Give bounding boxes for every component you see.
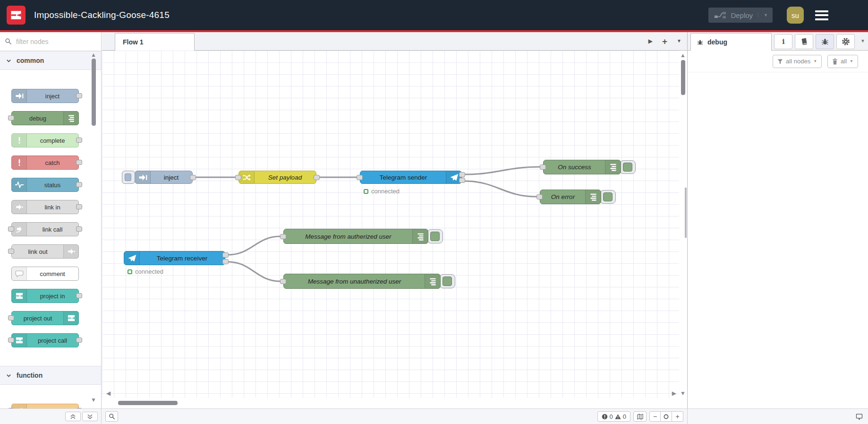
sidebar-menu-caret[interactable]: ▼ [860, 38, 865, 43]
palette-node-link-call[interactable]: link call [11, 222, 79, 236]
output-port[interactable] [76, 138, 82, 143]
output-port[interactable] [76, 226, 82, 232]
debug-toggle-button[interactable] [620, 160, 636, 174]
input-port[interactable] [8, 315, 14, 320]
output-port[interactable] [76, 93, 82, 98]
message-from-autherized-user-node[interactable]: Message from autherized user [283, 229, 428, 244]
input-port[interactable] [235, 175, 241, 180]
palette-node-function[interactable]: ffunction [11, 404, 79, 408]
flow-canvas[interactable]: injectSet payloadTelegram senderOn succe… [102, 51, 687, 408]
input-port[interactable] [280, 234, 286, 239]
hscrollbar-thumb[interactable] [118, 401, 178, 405]
wire[interactable] [228, 262, 280, 281]
palette-node-project-out[interactable]: project out [11, 311, 79, 325]
palette-node-debug[interactable]: debug [11, 111, 79, 125]
deploy-options-caret[interactable]: ▼ [758, 13, 768, 17]
sidebar-resize-handle[interactable] [685, 188, 687, 238]
sidebar-tab-help-button[interactable] [795, 34, 813, 49]
tab-debug[interactable]: debug [690, 33, 772, 51]
palette-scroll-down-icon[interactable]: ▼ [91, 397, 96, 403]
info-icon: i [779, 37, 788, 46]
add-flow-button[interactable]: + [662, 37, 667, 46]
on-success-node[interactable]: On success [543, 160, 621, 174]
wire[interactable] [228, 236, 280, 255]
palette-node-inject[interactable]: inject [11, 89, 79, 103]
palette-category-function[interactable]: function [0, 366, 101, 385]
output-port[interactable] [222, 259, 229, 264]
palette-node-link-in[interactable]: link in [11, 200, 79, 214]
debug-toggle-button[interactable] [600, 190, 616, 204]
input-port[interactable] [8, 115, 14, 121]
open-debug-window-button[interactable] [855, 413, 863, 421]
palette-scroll-up-icon[interactable]: ▲ [91, 52, 96, 58]
palette-scroll-area: commoninjectdebugcompletecatchstatuslink… [0, 51, 101, 408]
debug-filter-button[interactable]: all nodes ▼ [773, 55, 822, 68]
output-port[interactable] [76, 204, 82, 209]
palette-node-project-in[interactable]: project in [11, 289, 79, 303]
wire[interactable] [464, 181, 536, 197]
palette-node-complete[interactable]: complete [11, 133, 79, 147]
input-port[interactable] [8, 249, 14, 254]
vscroll-up-icon[interactable]: ▲ [680, 52, 686, 58]
inject-run-button[interactable] [122, 171, 135, 184]
input-port[interactable] [8, 408, 14, 408]
hscroll-right-icon[interactable]: ▶ [672, 390, 676, 396]
output-port[interactable] [190, 175, 196, 180]
main-menu-button[interactable] [815, 10, 828, 20]
telegram-receiver-node[interactable]: Telegram receiver [124, 251, 225, 265]
zoom-out-button[interactable]: − [649, 411, 661, 422]
palette-scrollbar-thumb[interactable] [92, 59, 96, 126]
debug-clear-button[interactable]: all ▼ [827, 55, 858, 68]
output-port[interactable] [76, 293, 82, 298]
output-port[interactable] [314, 175, 320, 180]
on-error-node[interactable]: On error [540, 190, 601, 204]
output-port[interactable] [76, 337, 82, 343]
message-from-unautherized-user-node[interactable]: Message from unautherized user [283, 274, 441, 289]
input-port[interactable] [280, 279, 286, 284]
debug-toggle-button[interactable] [427, 229, 443, 243]
zoom-in-button[interactable]: + [672, 411, 683, 422]
notification-counts[interactable]: 0 0 [597, 411, 630, 422]
hscroll-left-icon[interactable]: ◀ [106, 390, 111, 396]
svg-text:i: i [782, 38, 785, 45]
tab-list-icon[interactable]: ▶ [648, 38, 653, 44]
collapse-all-button[interactable] [65, 412, 81, 421]
output-port[interactable] [459, 172, 465, 177]
expand-all-button[interactable] [82, 412, 98, 421]
set-payload-node[interactable]: Set payload [238, 171, 316, 184]
palette-node-link-out[interactable]: link out [11, 244, 79, 259]
sidebar-tab-config-button[interactable] [836, 34, 855, 49]
deploy-button[interactable]: Deploy ▼ [708, 8, 773, 23]
output-port[interactable] [76, 408, 82, 408]
wire[interactable] [464, 167, 540, 174]
inject-node[interactable]: inject [135, 171, 193, 184]
user-avatar[interactable]: su [787, 7, 804, 24]
output-port[interactable] [76, 182, 82, 187]
vscrollbar-thumb[interactable] [681, 60, 685, 95]
output-port[interactable] [459, 178, 465, 183]
palette-search[interactable] [0, 32, 101, 51]
palette-category-common[interactable]: common [0, 51, 101, 70]
input-port[interactable] [540, 164, 546, 170]
navigator-button[interactable] [633, 411, 647, 422]
output-port[interactable] [222, 252, 229, 258]
input-port[interactable] [357, 175, 363, 180]
flow-menu-caret[interactable]: ▼ [677, 39, 681, 43]
input-port[interactable] [536, 194, 543, 199]
palette-node-catch[interactable]: catch [11, 156, 79, 170]
sidebar-tab-debug-button[interactable] [816, 34, 834, 49]
palette-node-status[interactable]: status [11, 178, 79, 192]
zoom-reset-button[interactable] [661, 411, 672, 422]
palette-node-project-call[interactable]: project call [11, 333, 79, 347]
input-port[interactable] [8, 337, 14, 343]
palette-filter-input[interactable] [15, 37, 96, 46]
telegram-sender-node[interactable]: Telegram sender [360, 171, 462, 184]
palette-node-comment[interactable]: comment [11, 267, 79, 281]
output-port[interactable] [76, 160, 82, 165]
input-port[interactable] [8, 226, 14, 232]
debug-toggle-button[interactable] [439, 274, 455, 288]
canvas-search-button[interactable] [105, 411, 118, 422]
vscroll-down-icon[interactable]: ▼ [680, 390, 686, 396]
sidebar-tab-info-button[interactable]: i [774, 34, 792, 49]
tab-flow-1[interactable]: Flow 1 [115, 33, 195, 51]
